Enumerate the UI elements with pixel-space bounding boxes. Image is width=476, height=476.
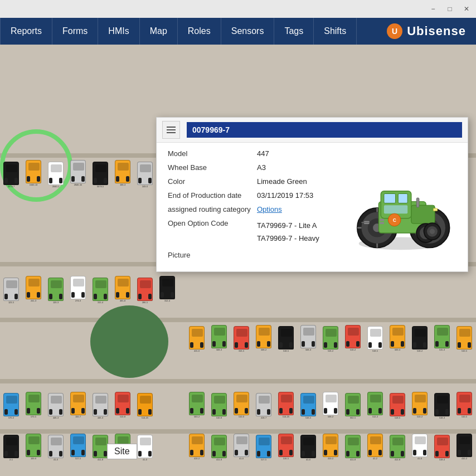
vehicle-item[interactable]: 518-4 — [432, 435, 452, 461]
vehicle-tag: 410-2 — [328, 457, 333, 460]
popup-menu-button[interactable] — [162, 121, 180, 139]
vehicle-item[interactable]: 241-3 — [23, 276, 43, 302]
vehicle-item[interactable]: 41-0 — [298, 435, 318, 461]
vehicle-item[interactable]: 316-5 — [231, 326, 251, 352]
vehicle-item[interactable]: 518-3 — [432, 393, 452, 419]
vehicle-body — [412, 392, 428, 415]
vehicle-item[interactable]: 602-5 — [343, 393, 363, 419]
vehicle-item[interactable]: 274-0 — [68, 276, 88, 302]
vehicle-item[interactable]: 150-7 — [68, 392, 88, 418]
vehicle-item[interactable]: 516-5 — [276, 434, 296, 460]
vehicle-item[interactable]: 516-2 — [320, 326, 341, 352]
vehicle-item[interactable]: 286-5 — [135, 278, 155, 304]
brand-name: Ubisense — [407, 24, 466, 38]
nav-forms[interactable]: Forms — [52, 18, 98, 45]
nav-roles[interactable]: Roles — [178, 18, 221, 45]
vehicle-item[interactable]: 518-5 — [387, 393, 407, 419]
vehicle-item[interactable]: 508-3 — [209, 325, 229, 351]
nav-tags[interactable]: Tags — [274, 18, 314, 45]
vehicle-item[interactable]: 410-2 — [320, 434, 341, 460]
nav-shifts[interactable]: Shifts — [314, 18, 357, 45]
vehicle-item[interactable]: 312-4 — [157, 276, 177, 302]
vehicle-item[interactable]: 315-4 — [90, 278, 110, 304]
field-wheelbase-value: A3 — [257, 163, 266, 172]
vehicle-item[interactable]: 518-5 — [365, 326, 385, 352]
nav-reports[interactable]: Reports — [0, 18, 52, 45]
vehicle-body — [211, 435, 227, 458]
vehicle-item[interactable]: 510-5 — [454, 392, 474, 418]
vehicle-item[interactable]: 514-25 — [276, 392, 296, 418]
vehicle-item[interactable]: 41-0 — [231, 434, 251, 460]
vehicle-item[interactable]: 503-2 — [187, 392, 207, 418]
main-content: 0079-71640-132840-12840-150079-5168-3249… — [0, 45, 476, 476]
vehicle-item[interactable]: 168-3 — [113, 160, 133, 186]
vehicle-tag: 510-2 — [417, 415, 422, 418]
vehicle-item[interactable]: 510-8 — [113, 392, 133, 418]
vehicle-item[interactable]: 2840-1 — [46, 162, 66, 188]
vehicle-item[interactable]: 512-2 — [365, 392, 385, 418]
vehicle-item[interactable]: 249-0 — [135, 162, 155, 188]
vehicle-body — [367, 392, 383, 415]
vehicle-item[interactable]: 1640-13 — [23, 160, 43, 186]
vehicle-item[interactable]: 514-25 — [135, 393, 155, 419]
vehicle-item[interactable]: 41-0 — [135, 435, 155, 461]
vehicle-body — [115, 276, 130, 299]
vehicle-item[interactable]: 120-3 — [46, 278, 66, 304]
vehicle-item[interactable]: 517-5 — [254, 435, 274, 461]
vehicle-tag: 514-25 — [142, 416, 148, 419]
vehicle-body — [323, 434, 338, 457]
vehicle-item[interactable]: 510-8 — [209, 393, 229, 419]
svg-rect-16 — [384, 194, 396, 203]
vehicle-item[interactable]: 0079-7 — [1, 162, 21, 188]
close-button[interactable]: ✕ — [462, 4, 472, 14]
field-model: Model 447 — [168, 149, 334, 158]
vehicle-item[interactable]: 2-1 — [1, 435, 21, 461]
vehicle-item[interactable]: 109-6 — [23, 434, 43, 460]
vehicle-item[interactable]: 41-0 — [46, 435, 66, 461]
vehicle-item[interactable]: 510-5 — [454, 326, 474, 352]
vehicle-item[interactable]: 570-5 — [23, 392, 43, 418]
vehicle-item[interactable]: 446-3 — [46, 393, 66, 419]
vehicle-tag: 510-5 — [462, 415, 467, 418]
vehicle-item[interactable]: 418-7 — [254, 393, 274, 419]
vehicle-item[interactable]: 410-2 — [187, 434, 207, 460]
vehicle-item[interactable]: 41-0 — [410, 434, 430, 460]
vehicle-body — [345, 393, 361, 416]
vehicle-item[interactable]: 411-8 — [209, 435, 229, 461]
vehicle-item[interactable]: 515-3 — [432, 325, 452, 351]
vehicle-body — [26, 276, 41, 299]
vehicle-tag: 510-5 — [462, 349, 467, 352]
vehicle-item[interactable]: 412-8 — [387, 435, 407, 461]
vehicle-item[interactable]: 41-2 — [365, 434, 385, 460]
vehicle-item[interactable]: 570-2 — [1, 393, 21, 419]
vehicle-body — [137, 278, 153, 301]
vehicle-item[interactable]: 517-5 — [68, 434, 88, 460]
nav-map[interactable]: Map — [140, 18, 178, 45]
vehicle-item[interactable]: 123-5 — [1, 278, 21, 304]
vehicle-item[interactable]: 516-5 — [298, 393, 318, 419]
nav-hmis[interactable]: HMIs — [98, 18, 139, 45]
vehicle-item[interactable]: 0079-5 — [90, 162, 110, 188]
vehicle-item[interactable]: 518-5 — [276, 326, 296, 352]
vehicle-item[interactable]: 2840-15 — [68, 160, 88, 186]
minimize-button[interactable]: − — [428, 4, 438, 14]
vehicle-item[interactable]: 508-2 — [320, 392, 341, 418]
nav-sensors[interactable]: Sensors — [221, 18, 275, 45]
vehicle-item[interactable]: 465-8 — [113, 276, 133, 302]
vehicle-body — [300, 325, 316, 348]
vehicle-item[interactable]: 510-0 — [231, 392, 251, 418]
vehicle-item[interactable]: 446-3 — [90, 393, 110, 419]
vehicle-item[interactable]: 415-0 — [187, 326, 207, 352]
vehicle-item[interactable]: 510-2 — [410, 392, 430, 418]
vehicle-body — [189, 392, 205, 415]
vehicle-item[interactable]: 518-2 — [410, 326, 430, 352]
field-routing-value[interactable]: Options — [257, 205, 282, 213]
road-stripe-5 — [0, 429, 476, 434]
maximize-button[interactable]: □ — [445, 4, 455, 14]
vehicle-item[interactable]: 410-2 — [454, 434, 474, 460]
vehicle-item[interactable]: 411-8 — [343, 435, 363, 461]
vehicle-item[interactable]: 508-3 — [298, 325, 318, 351]
vehicle-item[interactable]: 509-3 — [387, 325, 407, 351]
vehicle-item[interactable]: 508-2 — [254, 325, 274, 351]
vehicle-item[interactable]: 510-2 — [343, 325, 363, 351]
